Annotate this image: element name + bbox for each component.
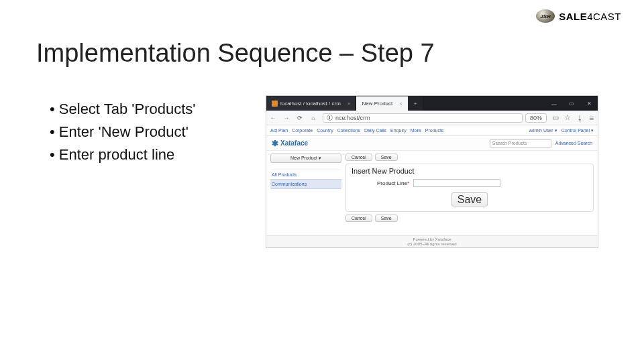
bullet-item: Enter product line — [50, 143, 196, 166]
sidebar-item-communications[interactable]: Communications — [270, 179, 341, 189]
logo-text-thin: CAST — [593, 11, 621, 22]
site-info-icon[interactable]: i — [327, 115, 333, 121]
window-close-icon[interactable]: ✕ — [580, 96, 598, 111]
zoom-indicator[interactable]: 80% — [525, 113, 547, 123]
brand-icon: ✱ — [272, 139, 278, 148]
sidebar-item-all-products[interactable]: All Products — [270, 170, 341, 179]
browser-titlebar: localhost / localhost / crm × New Produc… — [266, 96, 598, 111]
logo-text-mid: 4 — [587, 11, 593, 22]
user-menu[interactable]: admin User ▾ — [529, 128, 557, 133]
forward-icon[interactable]: → — [280, 115, 293, 121]
save-button[interactable]: Save — [451, 192, 488, 206]
tab-label: New Product — [362, 101, 392, 107]
download-icon[interactable]: ⭳ — [574, 114, 586, 122]
search-input[interactable]: Search Products — [490, 139, 551, 147]
app-footer: Powered by Xataface (c) 2005–All rights … — [266, 235, 598, 247]
bookmark-icon[interactable]: ☆ — [561, 113, 574, 122]
new-product-button[interactable]: New Product ▾ — [270, 154, 341, 163]
app-header: ✱ Xataface Search Products Advanced Sear… — [266, 136, 598, 151]
control-panel-menu[interactable]: Control Panel ▾ — [561, 128, 594, 133]
nav-item[interactable]: Daily Calls — [364, 128, 386, 133]
panel-heading: Insert New Product — [352, 167, 588, 175]
home-icon[interactable]: ⌂ — [307, 115, 320, 121]
tab-label: localhost / localhost / crm — [280, 101, 341, 107]
logo-badge: JSR — [536, 9, 555, 23]
window-minimize-icon[interactable]: — — [545, 96, 563, 111]
cancel-button[interactable]: Cancel — [345, 154, 372, 161]
nav-item[interactable]: More — [411, 128, 421, 133]
nav-item-products[interactable]: Products — [425, 128, 444, 133]
nav-item[interactable]: Collections — [337, 128, 360, 133]
bullet-item: Enter 'New Product' — [50, 121, 196, 143]
url-bar[interactable]: i nce:host/crm — [323, 113, 523, 123]
logo-text-bold: SALE — [559, 11, 587, 22]
nav-item[interactable]: Country — [317, 128, 333, 133]
reader-icon[interactable]: ▭ — [549, 113, 561, 122]
new-tab-button[interactable]: ＋ — [408, 96, 423, 111]
window-maximize-icon[interactable]: ▭ — [563, 96, 580, 111]
footer-line: Powered by Xataface — [266, 237, 598, 242]
favicon-icon — [272, 101, 278, 107]
brand-text: Xataface — [280, 139, 308, 147]
save-button[interactable]: Save — [375, 215, 398, 222]
insert-product-panel: Insert New Product Product Line* Save — [345, 164, 594, 212]
close-tab-icon[interactable]: × — [399, 101, 402, 107]
product-line-input[interactable] — [413, 179, 500, 187]
advanced-search-link[interactable]: Advanced Search — [555, 141, 592, 145]
browser-screenshot: localhost / localhost / crm × New Produc… — [266, 95, 598, 248]
save-button[interactable]: Save — [375, 154, 398, 161]
nav-item[interactable]: Enquiry — [390, 128, 407, 133]
app-nav: Act Plan Corporate Country Collections D… — [266, 125, 598, 136]
nav-item[interactable]: Act Plan — [270, 128, 288, 133]
close-tab-icon[interactable]: × — [347, 101, 351, 107]
menu-icon[interactable]: ≡ — [586, 114, 598, 122]
browser-tab-inactive[interactable]: localhost / localhost / crm × — [266, 96, 356, 111]
back-icon[interactable]: ← — [266, 115, 280, 121]
browser-toolbar: ← → ⟳ ⌂ i nce:host/crm 80% ▭ ☆ ⭳ ≡ — [266, 111, 598, 125]
slide-bullets: Select Tab 'Products' Enter 'New Product… — [50, 98, 196, 166]
nav-item[interactable]: Corporate — [292, 128, 313, 133]
main-content: Cancel Save Insert New Product Product L… — [345, 151, 598, 235]
sidebar: New Product ▾ All Products Communication… — [266, 151, 345, 235]
field-label-product-line: Product Line* — [377, 180, 409, 186]
required-mark: * — [407, 180, 409, 186]
browser-tab-active[interactable]: New Product × — [356, 96, 407, 111]
reload-icon[interactable]: ⟳ — [293, 115, 307, 121]
cancel-button[interactable]: Cancel — [345, 215, 372, 222]
bullet-item: Select Tab 'Products' — [50, 98, 196, 121]
slide-title: Implementation Sequence – Step 7 — [36, 39, 435, 68]
url-text: nce:host/crm — [335, 115, 370, 121]
footer-line: (c) 2005–All rights reserved — [266, 242, 598, 247]
brand-logo: JSR SALE 4 CAST — [536, 9, 621, 23]
logo-text: SALE 4 CAST — [559, 11, 621, 22]
app-brand: ✱ Xataface — [272, 139, 308, 148]
